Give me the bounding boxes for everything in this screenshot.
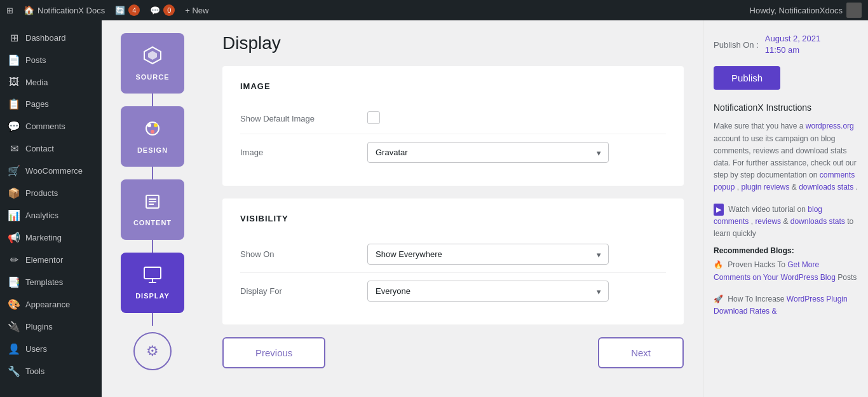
connector-2 <box>152 167 153 179</box>
settings-step[interactable]: ⚙ <box>133 332 172 370</box>
sidebar-item-woocommerce[interactable]: 🛒 WooCommerce <box>0 160 102 182</box>
comments-button[interactable]: 💬 0 <box>150 4 175 16</box>
site-name-button[interactable]: 🏠 NotificationX Docs <box>24 5 105 15</box>
products-icon: 📦 <box>8 187 20 199</box>
display-for-row: Display For Everyone Logged In Users Log… <box>240 273 666 309</box>
design-step-label: DESIGN <box>137 146 168 154</box>
visibility-section: VISIBILITY Show On Show Everywhere Show … <box>222 198 684 324</box>
sidebar-item-media[interactable]: 🖼 Media <box>0 71 102 93</box>
publish-date: August 2, 2021 <box>765 33 820 45</box>
sidebar-item-comments[interactable]: 💬 Comments <box>0 115 102 137</box>
howdy-label: Howdy, NotificationXdocs <box>750 6 843 15</box>
sidebar-item-pages[interactable]: 📋 Pages <box>0 93 102 115</box>
users-icon: 👤 <box>8 343 20 355</box>
step-content[interactable]: CONTENT <box>121 179 184 240</box>
blog1-prefix: Proven Hacks To <box>728 260 787 269</box>
sidebar-label-elementor: Elementor <box>25 255 63 265</box>
previous-button[interactable]: Previous <box>222 337 325 368</box>
form-panel: Display IMAGE Show Default Image Image <box>203 20 703 397</box>
sidebar-item-appearance[interactable]: 🎨 Appearance <box>0 293 102 316</box>
sidebar-item-dashboard[interactable]: ⊞ Dashboard <box>0 27 102 49</box>
sidebar-label-products: Products <box>25 188 58 198</box>
comments-sidebar-icon: 💬 <box>8 120 20 132</box>
sidebar-item-templates[interactable]: 📑 Templates <box>0 271 102 293</box>
reviews-link[interactable]: reviews <box>755 217 781 226</box>
sidebar-label-pages: Pages <box>25 99 49 109</box>
publish-row: Publish On : August 2, 2021 11:50 am <box>714 33 858 56</box>
image-row: Image Gravatar Custom Image None <box>240 134 666 171</box>
display-for-select-wrapper: Everyone Logged In Users Logged Out User… <box>367 281 609 302</box>
site-icon: 🏠 <box>24 5 34 15</box>
display-for-control: Everyone Logged In Users Logged Out User… <box>367 281 666 302</box>
content-step-label: CONTENT <box>133 219 172 226</box>
updates-button[interactable]: 🔄 4 <box>115 4 140 16</box>
instructions-text-1: Make sure that you have a <box>714 122 806 130</box>
dashboard-icon: ⊞ <box>8 32 20 44</box>
image-section-heading: IMAGE <box>240 81 666 91</box>
next-button[interactable]: Next <box>598 337 684 368</box>
blog1-suffix: Posts <box>837 273 857 282</box>
sidebar-item-plugins[interactable]: 🔌 Plugins <box>0 316 102 338</box>
sidebar-item-elementor[interactable]: ✏ Elementor <box>0 249 102 271</box>
sidebar-item-marketing[interactable]: 📢 Marketing <box>0 226 102 249</box>
appearance-icon: 🎨 <box>8 298 20 310</box>
image-select[interactable]: Gravatar Custom Image None <box>367 142 609 163</box>
elementor-icon: ✏ <box>8 254 20 266</box>
sidebar-label-contact: Contact <box>25 144 54 153</box>
wordpress-org-link[interactable]: wordpress.org <box>806 122 854 130</box>
sidebar-item-contact[interactable]: ✉ Contact <box>0 137 102 160</box>
publish-time: 11:50 am <box>765 45 820 56</box>
display-for-label: Display For <box>240 286 367 296</box>
svg-point-5 <box>151 130 154 134</box>
updates-icon: 🔄 <box>115 6 125 15</box>
downloads-stats-link[interactable]: downloads stats <box>799 183 853 192</box>
settings-step-icon: ⚙ <box>146 343 159 359</box>
updates-badge: 4 <box>128 4 140 16</box>
sidebar: ⊞ Dashboard 📄 Posts 🖼 Media 📋 Pages 💬 Co… <box>0 20 102 397</box>
plugin-reviews-link[interactable]: plugin reviews <box>741 183 789 192</box>
comments-icon: 💬 <box>150 6 160 15</box>
connector-4 <box>152 313 153 326</box>
step-source[interactable]: SOURCE <box>121 33 184 94</box>
sidebar-item-tools[interactable]: 🔧 Tools <box>0 360 102 382</box>
sidebar-item-users[interactable]: 👤 Users <box>0 338 102 360</box>
step-display[interactable]: DISPLAY <box>121 253 184 313</box>
publish-button[interactable]: Publish <box>714 66 780 90</box>
rocket-icon: 🚀 <box>714 295 723 303</box>
connector-3 <box>152 240 153 253</box>
new-label: + New <box>185 6 208 15</box>
show-default-image-row: Show Default Image <box>240 104 666 134</box>
blog1-block: 🔥 Proven Hacks To Get More Comments on Y… <box>714 259 858 283</box>
show-on-select[interactable]: Show Everywhere Show on Front Page Show … <box>367 244 609 265</box>
sidebar-label-posts: Posts <box>25 55 46 65</box>
show-on-label: Show On <box>240 249 367 259</box>
pages-icon: 📋 <box>8 98 20 110</box>
display-step-label: DISPLAY <box>135 292 170 300</box>
sidebar-item-posts[interactable]: 📄 Posts <box>0 49 102 71</box>
video-tutorial-block: ▶ Watch video tutorial on blog comments … <box>714 204 858 240</box>
source-step-icon <box>143 46 162 69</box>
downloads-stats-link-2[interactable]: downloads stats <box>790 217 845 226</box>
plugins-icon: 🔌 <box>8 321 20 333</box>
new-button[interactable]: + New <box>185 6 208 15</box>
sidebar-label-templates: Templates <box>25 277 63 287</box>
show-on-control: Show Everywhere Show on Front Page Show … <box>367 244 666 265</box>
step-design[interactable]: DESIGN <box>121 106 184 167</box>
image-select-wrapper: Gravatar Custom Image None <box>367 142 609 163</box>
sidebar-label-analytics: Analytics <box>25 211 58 220</box>
wp-logo-button[interactable]: ⊞ <box>6 6 13 15</box>
sidebar-item-analytics[interactable]: 📊 Analytics <box>0 204 102 226</box>
wp-logo-icon: ⊞ <box>6 6 13 15</box>
sidebar-label-plugins: Plugins <box>25 322 53 331</box>
site-name-label: NotificationX Docs <box>37 6 105 15</box>
sidebar-item-products[interactable]: 📦 Products <box>0 182 102 204</box>
display-for-select[interactable]: Everyone Logged In Users Logged Out User… <box>367 281 609 302</box>
media-icon: 🖼 <box>8 76 20 88</box>
visibility-section-heading: VISIBILITY <box>240 214 666 223</box>
show-on-row: Show On Show Everywhere Show on Front Pa… <box>240 236 666 273</box>
show-default-image-checkbox[interactable] <box>367 111 380 124</box>
posts-icon: 📄 <box>8 54 20 66</box>
sidebar-label-media: Media <box>25 78 48 87</box>
admin-bar: ⊞ 🏠 NotificationX Docs 🔄 4 💬 0 + New How… <box>0 0 868 20</box>
sidebar-label-appearance: Appearance <box>25 300 70 309</box>
